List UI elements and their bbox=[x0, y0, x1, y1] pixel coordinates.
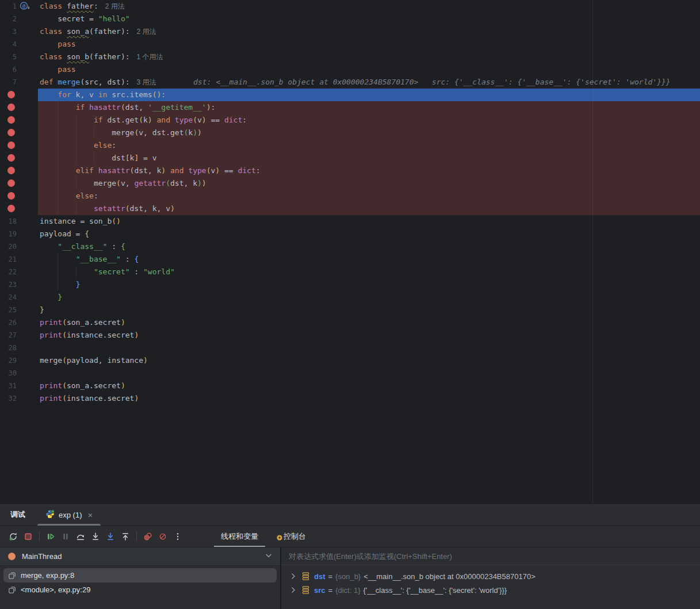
line-number[interactable]: 26 bbox=[0, 316, 17, 329]
line-number[interactable]: 3 bbox=[0, 25, 17, 38]
line-number[interactable]: 4 bbox=[0, 38, 17, 51]
code-line[interactable]: elif hasattr(dst, k) and type(v) == dict… bbox=[0, 164, 700, 177]
code-line[interactable]: dst[k] = v bbox=[0, 152, 700, 164]
code-line-text[interactable]: } bbox=[38, 278, 700, 291]
code-line[interactable]: 4 pass bbox=[0, 38, 700, 51]
gutter[interactable]: 32 bbox=[0, 392, 38, 405]
breakpoint-dot[interactable] bbox=[7, 129, 15, 136]
gutter[interactable]: 30 bbox=[0, 367, 38, 380]
line-number[interactable]: 18 bbox=[0, 215, 17, 228]
gutter[interactable] bbox=[0, 114, 38, 127]
close-icon[interactable]: × bbox=[87, 510, 93, 520]
line-number[interactable]: 27 bbox=[0, 329, 17, 342]
code-line-text[interactable]: else: bbox=[38, 139, 700, 152]
breakpoint-dot[interactable] bbox=[7, 116, 15, 124]
breakpoint-dot[interactable] bbox=[7, 91, 15, 98]
stack-frame-row[interactable]: merge, exp.py:8 bbox=[3, 568, 277, 583]
code-line-text[interactable]: merge(v, dst.get(k)) bbox=[38, 127, 700, 139]
code-line[interactable]: 21 "__base__" : { bbox=[0, 253, 700, 266]
breakpoint-dot[interactable] bbox=[7, 154, 15, 162]
code-line-text[interactable] bbox=[38, 342, 700, 354]
code-line-text[interactable]: dst[k] = v bbox=[38, 152, 700, 164]
line-number[interactable]: 29 bbox=[0, 354, 17, 367]
code-line-text[interactable]: instance = son_b() bbox=[38, 215, 700, 228]
code-line[interactable]: else: bbox=[0, 139, 700, 152]
gutter[interactable]: 6 bbox=[0, 63, 38, 76]
code-line[interactable]: 2 secret = "hello" bbox=[0, 13, 700, 25]
code-line[interactable]: 26print(son_a.secret) bbox=[0, 316, 700, 329]
usage-inlay-hint[interactable]: 2 用法 bbox=[105, 2, 125, 10]
line-number[interactable]: 32 bbox=[0, 392, 17, 405]
code-line-text[interactable]: class son_a(father):2 用法 bbox=[38, 25, 700, 38]
code-line[interactable]: merge(v, dst.get(k)) bbox=[0, 127, 700, 139]
thread-selector[interactable]: MainThread bbox=[0, 547, 280, 566]
rerun-button[interactable] bbox=[6, 529, 21, 544]
code-line[interactable]: 27print(instance.secret) bbox=[0, 329, 700, 342]
gutter[interactable] bbox=[0, 89, 38, 101]
gutter[interactable]: 24 bbox=[0, 291, 38, 304]
line-number[interactable]: 2 bbox=[0, 13, 17, 25]
code-line-text[interactable]: def merge(src, dst):3 用法dst: <__main__.s… bbox=[38, 76, 700, 89]
code-line[interactable]: 1@class father:2 用法 bbox=[0, 0, 700, 13]
view-tab-threads-variables[interactable]: 线程和变量 bbox=[212, 526, 267, 547]
view-breakpoints-button[interactable] bbox=[140, 529, 155, 544]
code-line[interactable]: 31print(son_a.secret) bbox=[0, 380, 700, 392]
usage-inlay-hint[interactable]: 1 个用法 bbox=[137, 53, 163, 61]
line-number[interactable]: 5 bbox=[0, 51, 17, 63]
code-line[interactable]: 25} bbox=[0, 304, 700, 316]
code-line-text[interactable]: pass bbox=[38, 38, 700, 51]
code-line[interactable]: 30 bbox=[0, 367, 700, 380]
line-number[interactable]: 7 bbox=[0, 76, 17, 89]
variable-row[interactable]: dst={son_b}<__main__.son_b object at 0x0… bbox=[286, 569, 695, 583]
line-number[interactable]: 30 bbox=[0, 367, 17, 380]
gutter[interactable] bbox=[0, 101, 38, 114]
code-line-text[interactable]: pass bbox=[38, 63, 700, 76]
gutter[interactable] bbox=[0, 127, 38, 139]
line-number[interactable]: 31 bbox=[0, 380, 17, 392]
code-line[interactable]: if dst.get(k) and type(v) == dict: bbox=[0, 114, 700, 127]
code-line[interactable]: 24 } bbox=[0, 291, 700, 304]
line-number[interactable]: 24 bbox=[0, 291, 17, 304]
gutter[interactable]: 5 bbox=[0, 51, 38, 63]
code-line[interactable]: if hasattr(dst, '__getitem__'): bbox=[0, 101, 700, 114]
gutter[interactable]: 2 bbox=[0, 13, 38, 25]
usage-inlay-hint[interactable]: 3 用法 bbox=[137, 78, 156, 86]
variable-row[interactable]: src={dict: 1}{'__class__': {'__base__': … bbox=[286, 583, 695, 597]
line-number[interactable]: 1 bbox=[0, 0, 17, 13]
code-line-text[interactable]: else: bbox=[38, 190, 700, 202]
step-over-button[interactable] bbox=[73, 529, 88, 544]
code-line-text[interactable]: setattr(dst, k, v) bbox=[38, 202, 700, 215]
gutter[interactable]: 21 bbox=[0, 253, 38, 266]
gutter[interactable]: 28 bbox=[0, 342, 38, 354]
code-line[interactable]: for k, v in src.items(): bbox=[0, 89, 700, 101]
code-line[interactable]: setattr(dst, k, v) bbox=[0, 202, 700, 215]
code-line[interactable]: 32print(instance.secret) bbox=[0, 392, 700, 405]
pause-button[interactable] bbox=[58, 529, 73, 544]
code-line-text[interactable]: class son_b(father):1 个用法 bbox=[38, 51, 700, 63]
mnemonic-bookmark-icon[interactable]: @ bbox=[20, 1, 30, 13]
step-into-my-code-button[interactable] bbox=[103, 529, 118, 544]
line-number[interactable]: 6 bbox=[0, 63, 17, 76]
code-line[interactable]: merge(v, getattr(dst, k)) bbox=[0, 177, 700, 190]
breakpoint-dot[interactable] bbox=[7, 179, 15, 187]
view-tab-console[interactable]: 控制台 bbox=[267, 526, 315, 547]
code-line[interactable]: 20 "__class__" : { bbox=[0, 240, 700, 253]
code-editor[interactable]: 1@class father:2 用法2 secret = "hello"3cl… bbox=[0, 0, 700, 503]
code-line[interactable]: else: bbox=[0, 190, 700, 202]
gutter[interactable]: 25 bbox=[0, 304, 38, 316]
code-line[interactable]: 3class son_a(father):2 用法 bbox=[0, 25, 700, 38]
code-line-text[interactable]: print(son_a.secret) bbox=[38, 316, 700, 329]
gutter[interactable]: 19 bbox=[0, 228, 38, 240]
gutter[interactable]: 3 bbox=[0, 25, 38, 38]
breakpoint-dot[interactable] bbox=[7, 167, 15, 174]
code-line[interactable]: 23 } bbox=[0, 278, 700, 291]
line-number[interactable]: 23 bbox=[0, 278, 17, 291]
gutter[interactable]: 18 bbox=[0, 215, 38, 228]
line-number[interactable]: 25 bbox=[0, 304, 17, 316]
session-tab-exp[interactable]: exp (1) × bbox=[37, 504, 101, 526]
gutter[interactable] bbox=[0, 152, 38, 164]
code-line-text[interactable] bbox=[38, 367, 700, 380]
code-line-text[interactable]: secret = "hello" bbox=[38, 13, 700, 25]
code-line[interactable]: 5class son_b(father):1 个用法 bbox=[0, 51, 700, 63]
code-line-text[interactable]: if hasattr(dst, '__getitem__'): bbox=[38, 101, 700, 114]
